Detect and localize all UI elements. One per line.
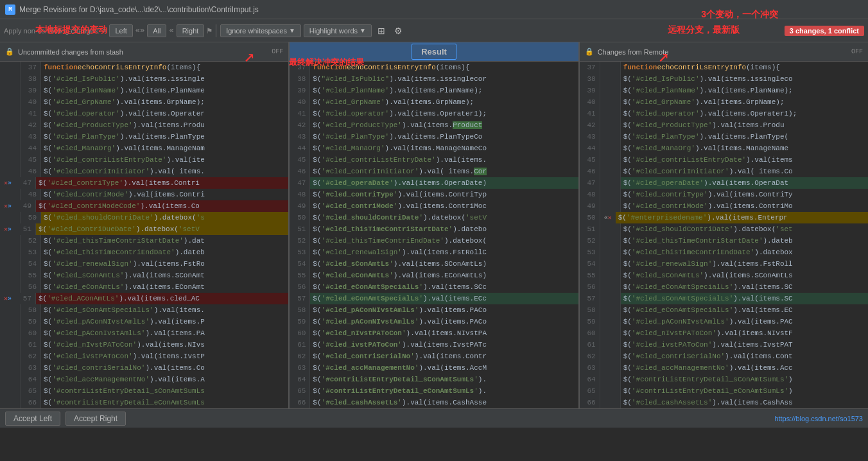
table-row: 61 $('#cled_ivstPAToCon').val(items.Ivst… [290, 339, 578, 351]
line-content: $('#cled_GrpName').val(items.GrpName); [310, 96, 578, 108]
accept-left-button[interactable]: Accept Left [5, 412, 60, 426]
columns-icon[interactable]: ⊞ [374, 24, 388, 38]
table-row: 59 $('#cled_pAConNIvstAmlLs').val(items.… [580, 316, 868, 327]
line-content: $('#cled_contriListEntryDate').val(items [621, 154, 868, 166]
line-content: $('#cled_ProductType').val(items.Produ [41, 119, 288, 131]
line-content: $('#cled_pAConNIvstAmlLs').val(items.P [41, 316, 288, 327]
line-num: 48 [580, 189, 600, 200]
line-content: $('#cled_thisTimeContriEndDate').datebox [621, 247, 868, 258]
settings-icon[interactable]: ⚙ [391, 24, 406, 38]
left-code-lines: 37 function echoContriLsEntryInfo(items)… [0, 62, 288, 408]
line-content: $('#cled_PlanType').val(items.PlanType( [621, 131, 868, 143]
table-row: 49 $('#cled_contriMode').val(items.Contr… [290, 200, 578, 212]
line-num: 50 [21, 212, 41, 223]
line-num: 59 [580, 316, 600, 327]
line-content: $('#cled_ProductType').val(items.Produ [621, 119, 868, 131]
line-content: $('#cled_thisTimeContriEndDate').dateb [41, 247, 288, 258]
line-content: $('#cled_thisTimeContriStartDate').dateb [621, 235, 868, 247]
line-num [600, 108, 621, 119]
line-num: 59 [21, 316, 41, 327]
toolbar: Apply non-conflicting changes: » Left «»… [0, 19, 868, 42]
line-content: $('#cled_nIvstPAToCon').val(items.NIvs [41, 339, 288, 351]
line-num: 44 [21, 143, 41, 154]
line-content: $('#cled_contriInitiator').val( items.Co… [310, 166, 578, 177]
line-num [600, 189, 621, 200]
line-num: 62 [580, 351, 600, 362]
line-num: 50 [580, 212, 600, 223]
line-num [0, 316, 21, 327]
line-num: 62 [21, 351, 41, 362]
table-row: 42 $('#cled_ProductType').val(items.Prod… [0, 119, 288, 131]
line-num [600, 362, 621, 374]
line-num: 37 [580, 62, 600, 73]
line-num [0, 304, 21, 316]
title-bar: M Merge Revisions for D:\java_code\...\d… [0, 0, 868, 19]
table-row: 38 $('#cled_IsPublic').val(items.issingl… [580, 73, 868, 85]
line-content: $('#cled_contriSerialNo').val(items.Cont [621, 351, 868, 362]
line-num: 51 [580, 223, 600, 235]
line-num: 40 [290, 96, 310, 108]
table-row: 58 $('#cled_pAConNIvstAmlLs').val(items.… [290, 304, 578, 316]
line-num: 40 [21, 96, 41, 108]
line-num: 53 [580, 247, 600, 258]
blog-link[interactable]: https://blog.csdn.net/so1573 [774, 415, 863, 422]
left-button[interactable]: Left [109, 24, 132, 37]
line-num [0, 374, 21, 385]
line-content: $('#cled_pAConNIvstAmlLs').val(items.PAC… [310, 304, 578, 316]
table-row: 63 $('#cled_accManagementNo').val(items.… [290, 362, 578, 374]
center-panel-header: Result [290, 42, 578, 62]
line-num: 40 [580, 96, 600, 108]
line-num: 54 [580, 258, 600, 270]
table-row: 45 $('#cled_contriListEntryDate').val(it… [290, 154, 578, 166]
line-num: 39 [580, 85, 600, 96]
line-content: $('#cled_operator').val(items.Operater1)… [310, 108, 578, 119]
line-content: $('#cled_eConAmtSpecialLs').val(items.EC [621, 304, 868, 316]
table-row: 66 $('#cled_cashAssetLs').val(items.Cash… [290, 397, 578, 408]
table-row: 52 $('#cled_thisTimeContriStartDate').da… [0, 235, 288, 247]
line-num: 61 [580, 339, 600, 351]
line-num: 45 [290, 154, 310, 166]
table-row: 64 $('#contriListEntryDetail_sConAmtSumL… [290, 374, 578, 385]
result-button[interactable]: Result [412, 44, 456, 60]
table-row: 42 $('#cled_ProductType').val(items.Prod… [290, 119, 578, 131]
center-code-scroll[interactable]: 37 function echoContriLsEntryInfo(items)… [290, 62, 578, 408]
line-content: $('#cled_contriType').val(items.ContriTy… [310, 189, 578, 200]
line-content: $('#cled_renewalSign').val(items.FstRoll [621, 258, 868, 270]
left-code-scroll[interactable]: 37 function echoContriLsEntryInfo(items)… [0, 62, 288, 408]
line-content: $('#cled_ivstPAToCon').val(items.IvstPAT… [310, 339, 578, 351]
right-panel-title: Changes from Remote [598, 48, 669, 56]
line-num: 57 [15, 293, 36, 304]
table-row: 39 $('#cled_PlanName').val(items.PlanNam… [580, 85, 868, 96]
line-num [600, 351, 621, 362]
line-num [600, 119, 621, 131]
line-content: function echoContriLsEntryInfo(items){ [621, 62, 868, 73]
line-num: 46 [580, 166, 600, 177]
line-content: $('#cled_nIvstPAToCon').val(items.NIvstF [621, 327, 868, 339]
table-row: 41 $('#cled_operator').val(items.Operate… [290, 108, 578, 119]
right-button[interactable]: Right [177, 24, 205, 37]
line-content: $('#cled_eConAmtLs').val(items.EConAmt [41, 281, 288, 293]
highlight-words-button[interactable]: Highlight words ▼ [304, 24, 372, 37]
all-button[interactable]: All [147, 24, 166, 37]
table-row: 56 $('#cled_eConAmtSpecialLs').val(items… [580, 281, 868, 293]
center-panel: Result 37 function echoContriLsEntryInfo… [290, 42, 579, 408]
line-content: $('#cled_contriSerialNo').val(items.Co [41, 362, 288, 374]
accept-right-button[interactable]: Accept Right [65, 412, 126, 426]
line-num: 66 [21, 397, 41, 408]
table-row: 61 $('#cled_nIvstPAToCon').val(items.NIv… [0, 339, 288, 351]
line-num: 42 [21, 119, 41, 131]
line-content: $('#cled_pAConNIvstAmlLs').val(items.PAC… [310, 316, 578, 327]
line-num: 55 [21, 270, 41, 281]
line-content: $('#cled_eConAmtSpecialLs').val(items.EC… [310, 293, 578, 304]
right-panel-header: 🔒 Changes from Remote OFF [580, 42, 868, 62]
line-content: $('#cled_contriListEntryDate').val(items… [310, 154, 578, 166]
line-num: 58 [290, 304, 310, 316]
table-row: ✕» 51 $('#cled_ContriDueDate').datebox('… [0, 223, 288, 235]
line-num: 59 [290, 316, 310, 327]
right-code-scroll[interactable]: 37 function echoContriLsEntryInfo(items)… [580, 62, 868, 408]
line-num [600, 73, 621, 85]
ignore-whitespaces-button[interactable]: Ignore whitespaces ▼ [220, 24, 301, 37]
table-row: 60 $('#cled_pAConIvstAmlLs').val(items.P… [0, 327, 288, 339]
table-row: 62 $('#cled_ivstPAToCon').val(items.Ivst… [0, 351, 288, 362]
table-row: 52 $('#cled_thisTimeContriStartDate').da… [580, 235, 868, 247]
